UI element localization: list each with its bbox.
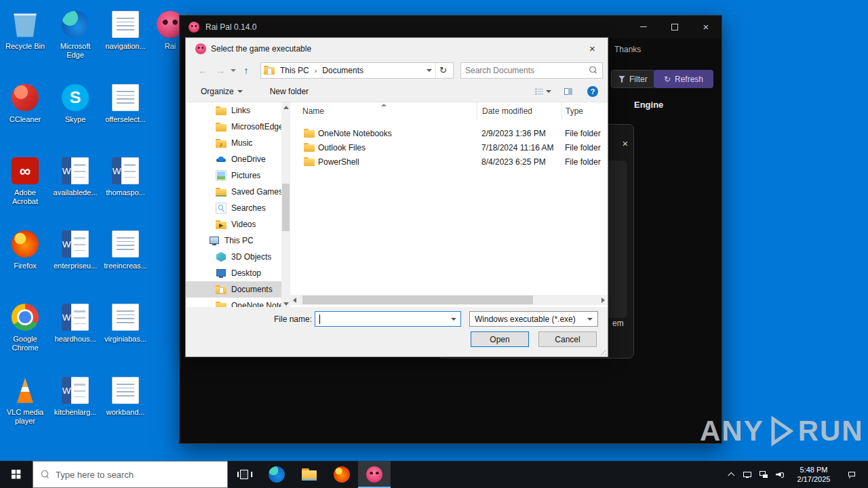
desktop-icon-label: Adobe Acrobat: [1, 188, 50, 206]
start-button[interactable]: [0, 461, 33, 488]
anyrun-watermark: ANY RUN: [700, 415, 864, 447]
sidebar-item[interactable]: Saved Games: [186, 184, 281, 200]
desktop-icon[interactable]: Skype: [50, 79, 100, 146]
scroll-left-button[interactable]: [290, 295, 299, 305]
desktop-icon[interactable]: enterpriseu...: [50, 225, 100, 293]
vlc-icon: [12, 377, 39, 404]
file-row[interactable]: OneNote Notebooks 2/9/2023 1:36 PM File …: [290, 126, 608, 140]
preview-pane-button[interactable]: [560, 85, 576, 98]
taskbar-app-button[interactable]: [293, 461, 326, 488]
file-name-dropdown-caret-icon[interactable]: [451, 318, 456, 321]
tray-display-button[interactable]: [739, 461, 755, 488]
desktop-icon[interactable]: Microsoft Edge: [50, 5, 100, 73]
taskbar-app-button[interactable]: [260, 461, 293, 488]
network-icon: [759, 470, 768, 479]
thanks-link[interactable]: Thanks: [614, 45, 641, 54]
desktop-icon[interactable]: CCleaner: [0, 79, 50, 146]
sidebar-item[interactable]: Searches: [186, 200, 281, 216]
scroll-right-button[interactable]: [599, 295, 608, 305]
scrollbar-thumb[interactable]: [282, 184, 290, 231]
desktop-icon[interactable]: kitchenlarg...: [50, 371, 100, 439]
desktop-icon[interactable]: Adobe Acrobat: [0, 152, 50, 220]
taskbar-app-button[interactable]: [228, 461, 260, 488]
sidebar-item[interactable]: Videos: [186, 216, 281, 232]
file-type-select[interactable]: Windows executable (*.exe): [469, 311, 598, 327]
file-type-cell: File folder: [561, 157, 608, 167]
scroll-up-icon: [283, 106, 289, 109]
file-list-scrollbar[interactable]: [290, 295, 608, 305]
desktop-icon[interactable]: thomaspo...: [100, 152, 151, 220]
action-center-icon: [847, 470, 856, 479]
dialog-close-button[interactable]: ×: [577, 38, 608, 59]
up-button[interactable]: ↑: [237, 62, 255, 79]
close-window-button[interactable]: ×: [690, 16, 722, 38]
scrollbar-thumb[interactable]: [302, 296, 533, 304]
sidebar-item[interactable]: Desktop: [186, 265, 281, 281]
taskbar-app-button[interactable]: [326, 461, 358, 488]
resize-grip[interactable]: [598, 347, 606, 355]
tray-network-button[interactable]: [755, 461, 772, 488]
desktop-icon[interactable]: Recycle Bin: [0, 5, 50, 73]
recent-locations-caret-icon[interactable]: [231, 69, 236, 72]
desktop-icon[interactable]: Google Chrome: [0, 298, 50, 366]
desktop-icon[interactable]: availablede...: [50, 152, 100, 220]
sidebar-item[interactable]: Links: [186, 102, 281, 119]
sidebar-item-label: Searches: [231, 203, 266, 213]
sidebar-item[interactable]: OneDrive: [186, 151, 281, 167]
search-input[interactable]: [465, 66, 586, 75]
sidebar-item[interactable]: MicrosoftEdgeB: [186, 119, 281, 135]
desktop-icon-label: CCleaner: [9, 115, 41, 124]
forward-button[interactable]: →: [212, 62, 229, 79]
desktop-icon[interactable]: workband...: [100, 371, 151, 439]
desktop-icon[interactable]: offerselect...: [100, 79, 151, 146]
column-header-name[interactable]: Name: [290, 102, 477, 120]
taskbar-search-input[interactable]: [56, 470, 220, 480]
dialog-titlebar[interactable]: Select the game executable: [186, 38, 608, 59]
sidebar-scrollbar[interactable]: [281, 102, 290, 308]
panel-close-button[interactable]: ×: [619, 137, 631, 149]
column-header-type[interactable]: Type: [561, 102, 608, 120]
maximize-button[interactable]: [659, 16, 690, 38]
file-row[interactable]: PowerShell 8/4/2023 6:25 PM File folder: [290, 155, 608, 169]
taskbar-clock[interactable]: 5:48 PM 2/17/2025: [788, 461, 840, 488]
sidebar-item[interactable]: Pictures: [186, 167, 281, 184]
breadcrumb-this-pc[interactable]: This PC: [278, 66, 311, 75]
minimize-icon: [640, 26, 647, 27]
sidebar-item[interactable]: Documents: [186, 281, 281, 298]
desktop-icon[interactable]: treeincreas...: [100, 225, 151, 293]
file-row[interactable]: Outlook Files 7/18/2024 11:16 AM File fo…: [290, 140, 608, 155]
action-center-button[interactable]: [840, 461, 864, 488]
filter-button[interactable]: Filter: [611, 70, 655, 88]
taskbar-app-button[interactable]: [358, 461, 391, 488]
desktop-icon[interactable]: navigation...: [100, 5, 151, 73]
sidebar-item[interactable]: This PC: [186, 232, 281, 249]
sidebar-item[interactable]: Music: [186, 135, 281, 151]
clock-date: 2/17/2025: [797, 474, 831, 484]
organize-button[interactable]: Organize: [195, 84, 248, 99]
tray-expand-button[interactable]: [723, 461, 739, 488]
column-header-date-modified[interactable]: Date modified: [477, 102, 561, 120]
taskbar: 5:48 PM 2/17/2025: [0, 461, 868, 488]
desktop-icon[interactable]: heardhous...: [50, 298, 100, 366]
desktop-icon[interactable]: Firefox: [0, 225, 50, 293]
desktop-icon[interactable]: VLC media player: [0, 371, 50, 439]
new-folder-button[interactable]: New folder: [264, 84, 314, 99]
open-button[interactable]: Open: [471, 331, 529, 347]
back-button[interactable]: ←: [194, 62, 212, 79]
scroll-up-button[interactable]: [281, 102, 290, 112]
refresh-icon: ↻: [439, 65, 447, 75]
help-button[interactable]: [587, 86, 598, 97]
address-refresh-button[interactable]: ↻: [435, 63, 450, 78]
breadcrumb-documents[interactable]: Documents: [320, 66, 366, 75]
chrome-icon: [12, 304, 39, 331]
refresh-button[interactable]: ↻ Refresh: [654, 70, 713, 88]
address-bar[interactable]: This PC › Documents ↻: [260, 62, 454, 79]
minimize-button[interactable]: [628, 16, 659, 38]
tray-volume-button[interactable]: [772, 461, 788, 488]
view-mode-button[interactable]: [531, 85, 555, 98]
file-name-input[interactable]: [315, 311, 461, 327]
address-dropdown-caret-icon[interactable]: [427, 69, 432, 72]
cancel-button[interactable]: Cancel: [538, 331, 597, 347]
desktop-icon[interactable]: virginiabas...: [100, 298, 151, 366]
sidebar-item[interactable]: 3D Objects: [186, 249, 281, 265]
